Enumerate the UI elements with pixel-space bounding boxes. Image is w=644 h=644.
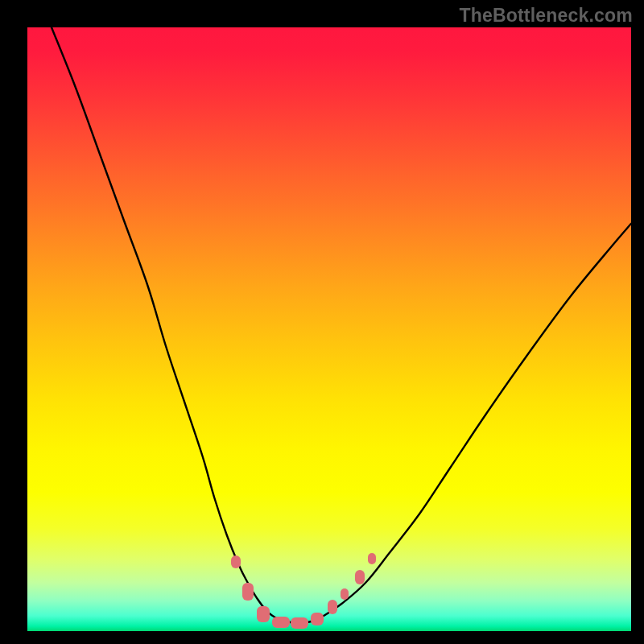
curve-marker: [328, 600, 337, 614]
curve-marker: [257, 606, 270, 622]
curve-marker: [231, 555, 241, 568]
watermark-label: TheBottleneck.com: [459, 5, 633, 27]
curve-marker: [355, 570, 365, 584]
plot-area: [27, 27, 631, 631]
curve-markers: [27, 27, 631, 631]
curve-marker: [291, 617, 308, 629]
curve-marker: [272, 617, 290, 628]
curve-marker: [311, 613, 324, 625]
curve-marker: [341, 588, 349, 600]
curve-marker: [242, 583, 254, 601]
chart-frame: TheBottleneck.com: [0, 0, 644, 644]
curve-marker: [368, 553, 376, 564]
